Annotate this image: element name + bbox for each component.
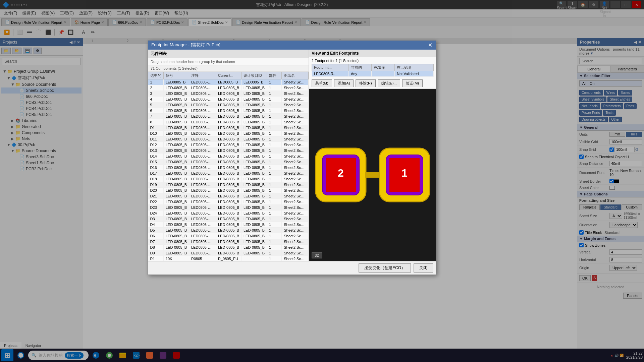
action-buttons: 菜单(M) 添加(A) 移除(R) 编辑(E)... 验证(M)	[312, 79, 434, 87]
table-row[interactable]: D1LED-0805_BLED0805-R-RDLED-0805_BLED-08…	[148, 125, 309, 130]
table-row[interactable]: D7LED-0805_BLED0805-R-RDLED-0805_BLED-08…	[148, 239, 309, 244]
table-row[interactable]: D8LED-0805_BLED0805-R-RDLED-0805_BLED-08…	[148, 244, 309, 250]
close-btn[interactable]: 关闭	[414, 263, 433, 273]
dialog-left-panel: 元件列表 Drag a column header here to group …	[148, 50, 309, 261]
dialog-title-text: Footprint Manager - [雪花灯.PrjPcb]	[151, 42, 220, 48]
drag-hint: Drag a column header here to group by th…	[148, 58, 309, 65]
table-row[interactable]: D9LED-0805_BLED0805-R-RDLED-0805_BLED-08…	[148, 250, 309, 256]
table-row[interactable]: 7LED-0805_BLED0805-R-RDLED-0805_BLED-080…	[148, 113, 309, 119]
svg-text:2: 2	[338, 167, 344, 179]
fp-preview-svg: 2 1	[309, 141, 436, 208]
col-sheet[interactable]: 图纸名	[282, 72, 309, 79]
table-row[interactable]: 3LED-0805_BLED0805-R-RDLED-0805_BLED-080…	[148, 90, 309, 96]
fp-3d-button[interactable]: 3D	[312, 252, 322, 258]
fp-cell-found: Not Validated	[395, 71, 434, 76]
table-row[interactable]: D10LED-0805_BLED0805-R-RDLED-0805_BLED-0…	[148, 130, 309, 136]
header-row: 选中的 位号 注释 Current... 设计项目ID 部件... 图纸名	[148, 72, 309, 79]
component-tbody: 1LED0805_BLED0805-R-RDLED0805_BLED0805_B…	[148, 79, 309, 261]
col-sel[interactable]: 选中的	[148, 72, 164, 79]
col-ref[interactable]: 位号	[164, 72, 189, 79]
table-row[interactable]: D5LED-0805_BLED0805-R-RDLED-0805_BLED-08…	[148, 227, 309, 233]
table-row[interactable]: D16LED-0805_BLED0805-R-RDLED-0805_BLED-0…	[148, 165, 309, 170]
table-row[interactable]: D24LED-0805_BLED0805-R-RDLED-0805_BLED-0…	[148, 210, 309, 216]
dialog-body: 元件列表 Drag a column header here to group …	[148, 50, 436, 261]
table-row[interactable]: D6LED-0805_BLED0805-R-RDLED-0805_BLED-08…	[148, 233, 309, 239]
component-list-title: 元件列表	[148, 50, 309, 58]
fp-row-0[interactable]: LED0805-R- Any Not Validated	[312, 71, 434, 76]
col-current[interactable]: Current...	[216, 72, 241, 79]
component-count: 71 Components (1 Selected)	[148, 65, 309, 72]
component-table: 选中的 位号 注释 Current... 设计项目ID 部件... 图纸名 1L…	[148, 72, 309, 261]
footprint-manager-dialog: Footprint Manager - [雪花灯.PrjPcb] ✕ 元件列表 …	[148, 40, 436, 275]
action-validate-btn[interactable]: 验证(M)	[402, 79, 423, 87]
svg-text:1: 1	[401, 167, 408, 179]
table-row[interactable]: D18LED-0805_BLED0805-R-RDLED-0805_BLED-0…	[148, 176, 309, 182]
fp-cell-fp: LED0805-R-	[312, 71, 349, 76]
action-menu-btn[interactable]: 菜单(M)	[312, 79, 332, 87]
table-row[interactable]: D4LED-0805_BLED0805-R-RDLED-0805_BLED-08…	[148, 222, 309, 227]
svg-rect-86	[365, 172, 380, 178]
dialog-title-bar: Footprint Manager - [雪花灯.PrjPcb] ✕	[148, 41, 436, 50]
fp-col-fp[interactable]: Footprint...	[312, 64, 349, 71]
table-row[interactable]: D11LED-0805_BLED0805-R-RDLED-0805_BLED-0…	[148, 136, 309, 142]
table-row[interactable]: D13LED-0805_BLED0805-R-RDLED-0805_BLED-0…	[148, 147, 309, 153]
fp-info-section: 1 Footprint for 1 (1 Selected) Footprint…	[309, 57, 436, 89]
table-header: 选中的 位号 注释 Current... 设计项目ID 部件... 图纸名	[148, 72, 309, 79]
fp-count: 1 Footprint for 1 (1 Selected)	[312, 59, 434, 63]
table-row[interactable]: D12LED-0805_BLED0805-R-RDLED-0805_BLED-0…	[148, 142, 309, 147]
fp-table: Footprint... 当前的 PCB库 在...发现 LED0805-R- …	[312, 64, 434, 77]
col-comment[interactable]: 注释	[189, 72, 216, 79]
table-row[interactable]: D23LED-0805_BLED0805-R-RDLED-0805_BLED-0…	[148, 204, 309, 210]
fp-thead: Footprint... 当前的 PCB库 在...发现	[312, 64, 434, 71]
dialog-footer: 接受变化（创建ECO） 关闭	[148, 261, 436, 275]
table-row[interactable]: D3LED-0805_BLED0805-R-RDLED-0805_BLED-08…	[148, 216, 309, 222]
table-row[interactable]: D14LED-0805_BLED0805-R-RDLED-0805_BLED-0…	[148, 153, 309, 159]
footprint-preview: 2 1 3D	[309, 89, 436, 261]
table-row[interactable]: R110KR0805R_0805_EU1Sheet2.SchDoc	[148, 256, 309, 261]
table-row[interactable]: D21LED-0805_BLED0805-R-RDLED-0805_BLED-0…	[148, 193, 309, 199]
table-row[interactable]: D17LED-0805_BLED0805-R-RDLED-0805_BLED-0…	[148, 170, 309, 176]
fp-cell-current: Any	[349, 71, 372, 76]
table-row[interactable]: D20LED-0805_BLED0805-R-RDLED-0805_BLED-0…	[148, 187, 309, 193]
col-part[interactable]: 部件...	[267, 72, 282, 79]
table-row[interactable]: D15LED-0805_BLED0805-R-RDLED-0805_BLED-0…	[148, 159, 309, 165]
table-row[interactable]: 2LED-0805_BLED0805-R-RDLED-0805_BLED-080…	[148, 85, 309, 90]
action-remove-btn[interactable]: 移除(R)	[356, 79, 375, 87]
component-table-container: 选中的 位号 注释 Current... 设计项目ID 部件... 图纸名 1L…	[148, 72, 309, 261]
table-row[interactable]: 1LED0805_BLED0805-R-RDLED0805_BLED0805_B…	[148, 79, 309, 85]
fp-col-current[interactable]: 当前的	[349, 64, 372, 71]
dialog-overlay: Footprint Manager - [雪花灯.PrjPcb] ✕ 元件列表 …	[0, 0, 644, 362]
fp-view-title: View and Edit Footprints	[309, 50, 436, 57]
accept-changes-btn[interactable]: 接受变化（创建ECO）	[359, 263, 411, 273]
fp-col-found[interactable]: 在...发现	[395, 64, 434, 71]
dialog-right-panel: View and Edit Footprints 1 Footprint for…	[309, 50, 436, 261]
table-row[interactable]: D22LED-0805_BLED0805-R-RDLED-0805_BLED-0…	[148, 199, 309, 204]
fp-col-pcb[interactable]: PCB库	[372, 64, 395, 71]
table-row[interactable]: 6LED-0805_BLED0805-R-RDLED-0805_BLED-080…	[148, 108, 309, 113]
action-add-btn[interactable]: 添加(A)	[334, 79, 354, 87]
table-row[interactable]: 8LED-0805_BLED0805-R-RDLED-0805_BLED-080…	[148, 119, 309, 125]
table-row[interactable]: 5LED-0805_BLED0805-R-RDLED-0805_BLED-080…	[148, 102, 309, 108]
col-design[interactable]: 设计项目ID	[241, 72, 267, 79]
fp-header-row: Footprint... 当前的 PCB库 在...发现	[312, 64, 434, 71]
action-edit-btn[interactable]: 编辑(E)...	[378, 79, 400, 87]
table-row[interactable]: 4LED-0805_BLED0805-R-RDLED-0805_BLED-080…	[148, 96, 309, 102]
fp-cell-pcb	[372, 71, 395, 76]
fp-tbody: LED0805-R- Any Not Validated	[312, 71, 434, 76]
dialog-close-btn[interactable]: ✕	[428, 42, 432, 48]
table-row[interactable]: D19LED-0805_BLED0805-R-RDLED-0805_BLED-0…	[148, 182, 309, 187]
